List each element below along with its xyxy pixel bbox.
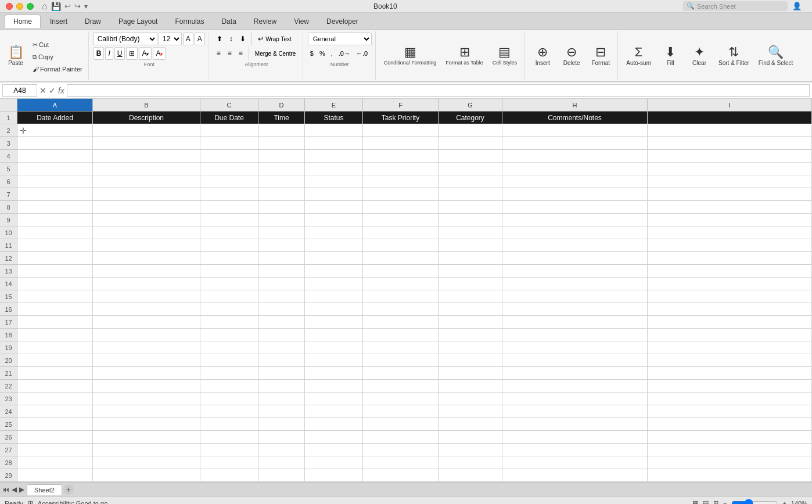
cell-a1[interactable]: Date Added — [17, 111, 93, 124]
cell-c24[interactable] — [200, 405, 258, 418]
clear-button[interactable]: ✦ Clear — [686, 36, 713, 75]
nav-first-icon[interactable]: ⏮ — [2, 485, 9, 494]
cell-d29[interactable] — [258, 469, 305, 482]
cell-e1[interactable]: Status — [305, 111, 363, 124]
cell-h2[interactable] — [502, 124, 648, 137]
cell-f18[interactable] — [363, 329, 439, 341]
cell-a28[interactable] — [17, 456, 93, 469]
cell-d25[interactable] — [258, 418, 305, 431]
cell-d13[interactable] — [258, 265, 305, 278]
cell-g21[interactable] — [439, 367, 502, 380]
cell-b27[interactable] — [93, 444, 200, 456]
cell-i6[interactable] — [648, 175, 812, 188]
cell-e12[interactable] — [305, 252, 363, 265]
wrap-text-button[interactable]: ↵ Wrap Text — [255, 33, 294, 45]
cell-g27[interactable] — [439, 444, 502, 456]
cell-d2[interactable] — [258, 124, 305, 137]
cell-g19[interactable] — [439, 341, 502, 354]
cell-i2[interactable] — [648, 124, 812, 137]
cell-i23[interactable] — [648, 393, 812, 405]
cell-a7[interactable] — [17, 188, 93, 201]
cell-e22[interactable] — [305, 380, 363, 393]
cell-d4[interactable] — [258, 150, 305, 163]
cell-c14[interactable] — [200, 278, 258, 290]
cell-g8[interactable] — [439, 201, 502, 214]
cell-d24[interactable] — [258, 405, 305, 418]
row-num-24[interactable]: 24 — [0, 405, 17, 418]
cell-e5[interactable] — [305, 163, 363, 175]
cell-c29[interactable] — [200, 469, 258, 482]
cell-e24[interactable] — [305, 405, 363, 418]
font-decrease-button[interactable]: A — [195, 33, 205, 45]
cell-d27[interactable] — [258, 444, 305, 456]
cell-d19[interactable] — [258, 341, 305, 354]
nav-next-icon[interactable]: ▶ — [19, 485, 24, 494]
cell-d8[interactable] — [258, 201, 305, 214]
cell-c5[interactable] — [200, 163, 258, 175]
cell-b21[interactable] — [93, 367, 200, 380]
cell-b2[interactable] — [93, 124, 200, 137]
cell-b6[interactable] — [93, 175, 200, 188]
cell-g5[interactable] — [439, 163, 502, 175]
align-top-button[interactable]: ⬆ — [214, 33, 225, 45]
fill-color-button[interactable]: A▾ — [139, 47, 152, 60]
tab-home[interactable]: Home — [5, 15, 41, 28]
row-num-8[interactable]: 8 — [0, 201, 17, 214]
col-header-d[interactable]: D — [258, 99, 305, 111]
cell-h8[interactable] — [502, 201, 648, 214]
cell-e26[interactable] — [305, 431, 363, 444]
col-header-e[interactable]: E — [305, 99, 363, 111]
cell-h10[interactable] — [502, 226, 648, 239]
cell-a3[interactable] — [17, 137, 93, 150]
row-num-10[interactable]: 10 — [0, 226, 17, 239]
cell-c10[interactable] — [200, 226, 258, 239]
cell-e25[interactable] — [305, 418, 363, 431]
customize-icon[interactable]: ▾ — [84, 2, 88, 10]
cell-e11[interactable] — [305, 239, 363, 252]
cell-d21[interactable] — [258, 367, 305, 380]
cell-f26[interactable] — [363, 431, 439, 444]
cell-i26[interactable] — [648, 431, 812, 444]
cell-f16[interactable] — [363, 303, 439, 316]
cell-b5[interactable] — [93, 163, 200, 175]
cell-b25[interactable] — [93, 418, 200, 431]
cell-g16[interactable] — [439, 303, 502, 316]
row-num-6[interactable]: 6 — [0, 175, 17, 188]
format-button[interactable]: ⊟ Format — [587, 36, 614, 75]
tab-page-layout[interactable]: Page Layout — [110, 15, 166, 28]
cell-g17[interactable] — [439, 316, 502, 329]
auto-sum-button[interactable]: Σ Auto-sum — [623, 36, 655, 75]
cell-e3[interactable] — [305, 137, 363, 150]
cell-c25[interactable] — [200, 418, 258, 431]
cell-a2[interactable]: ✛ — [17, 124, 93, 137]
cell-h14[interactable] — [502, 278, 648, 290]
col-header-a[interactable]: A — [17, 99, 93, 111]
cell-c26[interactable] — [200, 431, 258, 444]
cell-e8[interactable] — [305, 201, 363, 214]
cell-c28[interactable] — [200, 456, 258, 469]
cell-i11[interactable] — [648, 239, 812, 252]
cell-f27[interactable] — [363, 444, 439, 456]
cell-c27[interactable] — [200, 444, 258, 456]
cell-c11[interactable] — [200, 239, 258, 252]
cell-g6[interactable] — [439, 175, 502, 188]
cell-c15[interactable] — [200, 290, 258, 303]
row-num-21[interactable]: 21 — [0, 367, 17, 380]
cell-e9[interactable] — [305, 214, 363, 226]
font-family-selector[interactable]: Calibri (Body) — [94, 33, 157, 45]
cell-i14[interactable] — [648, 278, 812, 290]
cell-h18[interactable] — [502, 329, 648, 341]
cell-h13[interactable] — [502, 265, 648, 278]
maximize-button[interactable] — [27, 3, 34, 10]
row-num-11[interactable]: 11 — [0, 239, 17, 252]
cell-e6[interactable] — [305, 175, 363, 188]
cell-e7[interactable] — [305, 188, 363, 201]
row-num-20[interactable]: 20 — [0, 354, 17, 367]
cell-h21[interactable] — [502, 367, 648, 380]
row-num-2[interactable]: 2 — [0, 124, 17, 137]
cell-i22[interactable] — [648, 380, 812, 393]
cell-b13[interactable] — [93, 265, 200, 278]
sort-filter-button[interactable]: ⇅ Sort & Filter — [715, 36, 753, 75]
cell-e21[interactable] — [305, 367, 363, 380]
cell-c16[interactable] — [200, 303, 258, 316]
